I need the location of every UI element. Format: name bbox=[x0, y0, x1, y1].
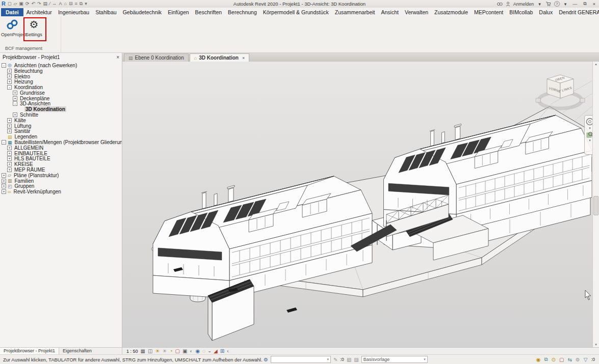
constraints-icon[interactable]: ⊞ bbox=[220, 348, 224, 354]
shadows-icon[interactable]: ☀ bbox=[162, 348, 167, 354]
show-crop-region-icon[interactable]: ▣ bbox=[183, 348, 187, 354]
measure-icon[interactable]: ∕ bbox=[49, 0, 50, 8]
select-by-face-icon[interactable]: ▢ bbox=[559, 357, 564, 362]
openproject-button[interactable]: OpenProject bbox=[1, 18, 23, 37]
detail-level-icon[interactable]: ▦ bbox=[141, 348, 145, 354]
drag-on-selection-icon[interactable]: ⇆ bbox=[567, 357, 571, 362]
tree-item-sanitaer[interactable]: +Sanitär bbox=[0, 129, 122, 134]
editing-requests-icon[interactable]: ✎ bbox=[333, 357, 337, 362]
expand-toggle[interactable]: - bbox=[13, 101, 17, 106]
tab-architektur[interactable]: Architektur bbox=[23, 8, 55, 16]
tree-item-plaene[interactable]: +▱Pläne (Planstruktur) bbox=[0, 173, 122, 178]
tree-item-revit-verknuepfungen[interactable]: +∞Revit-Verknüpfungen bbox=[0, 189, 122, 194]
expand-toggle[interactable]: + bbox=[2, 173, 6, 178]
expand-toggle[interactable]: + bbox=[7, 79, 12, 84]
tree-item-gruppen[interactable]: +◰Gruppen bbox=[0, 184, 122, 189]
bottom-tab-eigenschaften[interactable]: Eigenschaften bbox=[59, 348, 95, 354]
scroll-down-icon[interactable]: ▾ bbox=[593, 343, 599, 347]
select-pinned-icon[interactable]: ⊙ bbox=[552, 357, 556, 362]
tree-item-ansichten[interactable]: -◎Ansichten (nach Gewerken) bbox=[0, 63, 122, 68]
render-icon[interactable]: ◔ bbox=[169, 348, 172, 354]
tree-item-grundrisse[interactable]: +Grundrisse bbox=[0, 90, 122, 96]
expand-toggle[interactable]: + bbox=[7, 124, 12, 128]
viewcube[interactable]: OBEN VORNE LINKS bbox=[535, 72, 586, 115]
displacement-icon[interactable]: ◢ bbox=[214, 348, 218, 354]
model-canvas[interactable]: OBEN VORNE LINKS ▾ ▾ bbox=[122, 62, 599, 347]
expand-toggle[interactable]: + bbox=[13, 113, 17, 117]
tree-item-kreise[interactable]: +KREISE bbox=[0, 161, 122, 167]
save-icon[interactable]: ▣ bbox=[19, 0, 23, 8]
close-button[interactable]: × bbox=[591, 2, 597, 7]
text-icon[interactable]: A bbox=[59, 0, 62, 8]
tree-item-hls-bauteile[interactable]: +HLS BAUTEILE bbox=[0, 156, 122, 162]
tab-stahlbau[interactable]: Stahlbau bbox=[92, 8, 119, 16]
tree-item-allgemein[interactable]: +ALLGEMEIN bbox=[0, 145, 122, 151]
select-underlay-icon[interactable]: ⧉ bbox=[544, 356, 548, 362]
tree-item-beleuchtung[interactable]: +Beleuchtung bbox=[0, 68, 122, 74]
selection-filter-icon[interactable]: ▽ bbox=[584, 357, 588, 362]
tab-einfuegen[interactable]: Einfügen bbox=[165, 8, 192, 16]
worksharing-display-icon[interactable]: ◒ bbox=[208, 348, 211, 354]
minimize-button[interactable]: — bbox=[571, 2, 579, 7]
expand-toggle[interactable]: + bbox=[2, 189, 6, 194]
tab-berechnung[interactable]: Berechnung bbox=[225, 8, 260, 16]
help-caret[interactable]: ▾ bbox=[563, 2, 568, 7]
expand-toggle[interactable]: + bbox=[7, 118, 12, 123]
tree-item-schnitte[interactable]: +Schnitte bbox=[0, 112, 122, 118]
cart-icon[interactable] bbox=[545, 2, 551, 7]
visual-style-icon[interactable]: ◫ bbox=[148, 348, 152, 354]
tree-item-kaelte[interactable]: +Kälte bbox=[0, 118, 122, 123]
tree-item-bauteillisten[interactable]: -▦Bauteillisten/Mengen (Projektbrowser G… bbox=[0, 139, 122, 145]
tree-item-3d-ansichten[interactable]: -3D-Ansichten bbox=[0, 101, 122, 107]
qat-customize-caret[interactable]: ▾ bbox=[85, 0, 87, 8]
wheel-options-caret[interactable]: ▾ bbox=[589, 127, 591, 130]
expand-toggle[interactable]: + bbox=[2, 184, 6, 188]
dimension-icon[interactable]: ↔ bbox=[53, 0, 57, 8]
expand-toggle[interactable]: + bbox=[13, 91, 17, 95]
settings-button[interactable]: ⚙ Settings bbox=[23, 18, 45, 37]
tree-item-deckenplaene[interactable]: +Deckenpläne bbox=[0, 96, 122, 101]
tree-item-koordination[interactable]: -Koordination bbox=[0, 85, 122, 90]
tab-dalux[interactable]: Dalux bbox=[536, 8, 556, 16]
tree-item-heizung[interactable]: +Heizung bbox=[0, 79, 122, 85]
default-3d-view-icon[interactable]: ⌂ bbox=[64, 0, 67, 8]
viewport-scrollbar[interactable]: ▴ ▾ bbox=[592, 62, 599, 347]
reveal-hidden-elements-icon[interactable]: ◉ bbox=[195, 348, 200, 354]
select-links-icon[interactable]: ◉ bbox=[536, 357, 541, 362]
expand-toggle[interactable]: + bbox=[7, 167, 12, 172]
tab-verwalten[interactable]: Verwalten bbox=[402, 8, 431, 16]
project-browser-close-icon[interactable]: × bbox=[116, 54, 119, 60]
temporary-isolate-icon[interactable]: ◌ bbox=[202, 348, 205, 354]
expand-toggle[interactable]: + bbox=[2, 179, 6, 183]
expand-toggle[interactable]: + bbox=[7, 69, 12, 73]
new-window-icon[interactable]: ◻ bbox=[8, 0, 11, 8]
tree-item-3d-koordination[interactable]: 3D Koordination bbox=[0, 106, 122, 112]
tree-item-lueftung[interactable]: +Lüftung bbox=[0, 123, 122, 129]
revit-logo-icon[interactable]: R bbox=[2, 0, 6, 8]
open-icon[interactable]: ▱ bbox=[13, 0, 17, 8]
scale-button[interactable]: 1 : 50 bbox=[126, 349, 138, 354]
crop-view-icon[interactable]: ▢ bbox=[175, 348, 179, 354]
tree-item-mep-raeume[interactable]: +MEP RÄUME bbox=[0, 167, 122, 173]
tab-mepcontent[interactable]: MEPcontent bbox=[471, 8, 506, 16]
sign-in-button[interactable]: Anmelden bbox=[513, 2, 534, 7]
design-options-dialog-icon[interactable]: ▧ bbox=[347, 357, 351, 362]
collapse-bar-icon[interactable]: ‹ bbox=[227, 348, 228, 354]
background-processes-icon[interactable]: ⚙ bbox=[576, 357, 580, 362]
expand-toggle[interactable]: - bbox=[7, 85, 12, 90]
expand-toggle[interactable]: + bbox=[7, 146, 12, 150]
scrollbar-thumb[interactable] bbox=[593, 196, 598, 215]
expand-toggle[interactable]: + bbox=[7, 129, 12, 133]
scroll-up-icon[interactable]: ▴ bbox=[593, 62, 599, 66]
thin-lines-icon[interactable]: ≡ bbox=[75, 0, 77, 8]
expand-toggle[interactable]: - bbox=[2, 140, 6, 145]
tab-datei[interactable]: Datei bbox=[1, 8, 23, 16]
expand-toggle[interactable]: + bbox=[7, 74, 12, 78]
tree-item-legenden[interactable]: ▤Legenden bbox=[0, 134, 122, 139]
design-options-combobox[interactable]: Basisvorlage ▾ bbox=[361, 356, 428, 363]
print-icon[interactable]: ▤ bbox=[43, 0, 48, 8]
viewcube-ring-handle[interactable] bbox=[536, 98, 540, 102]
workset-combobox[interactable]: ▾ bbox=[271, 356, 331, 363]
tree-item-elektro[interactable]: +Elektro bbox=[0, 74, 122, 79]
view-tab-close-icon[interactable]: × bbox=[242, 55, 245, 61]
